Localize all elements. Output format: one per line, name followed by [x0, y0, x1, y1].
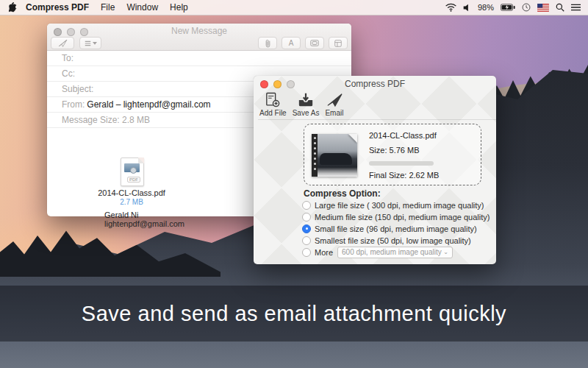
- radio-more[interactable]: More 600 dpi, medium image quality ⌄: [302, 247, 453, 258]
- format-button-label: A: [289, 39, 294, 47]
- pdf-badge: PDF: [127, 177, 140, 183]
- radio-label: Medium file size (150 dpi, medium image …: [315, 213, 490, 222]
- attachment-filename[interactable]: 2014-CL-Class.pdf: [76, 188, 187, 197]
- from-value: Gerald – lightenpdf@gmail.com: [87, 99, 210, 110]
- apple-menu-icon[interactable]: [9, 2, 18, 13]
- dpi-dropdown-value: 600 dpi, medium image quality: [342, 248, 442, 256]
- email-button[interactable]: Email: [325, 90, 343, 119]
- panel-size: Size: 5.76 MB: [369, 146, 419, 155]
- attach-file-button[interactable]: [258, 37, 277, 49]
- format-button[interactable]: A: [282, 37, 301, 49]
- desktop: Save and send as email attachment quickl…: [0, 0, 588, 368]
- save-as-label: Save As: [293, 109, 320, 117]
- input-source-flag-icon[interactable]: [537, 4, 549, 12]
- to-label: To:: [62, 53, 74, 63]
- signature-name: Gerald Ni: [104, 210, 138, 219]
- menu-window[interactable]: Window: [126, 2, 158, 13]
- mail-window-title: New Message: [47, 26, 351, 36]
- radio-small-file-size[interactable]: Small file size (96 dpi, medium image qu…: [302, 223, 477, 234]
- radio-label: Small file size (96 dpi, medium image qu…: [315, 224, 477, 233]
- add-file-label: Add File: [259, 109, 287, 117]
- mail-toolbar: A: [47, 36, 351, 50]
- photo-browser-button[interactable]: [305, 37, 324, 49]
- stationery-button[interactable]: [329, 37, 348, 49]
- radio-icon[interactable]: [302, 236, 311, 245]
- radio-medium-file-size[interactable]: Medium file size (150 dpi, medium image …: [302, 211, 490, 222]
- radio-icon[interactable]: [302, 213, 311, 222]
- pdf-thumbnail: [312, 134, 357, 177]
- radio-label: Smallest file size (50 dpi, low image qu…: [315, 236, 471, 245]
- pdf-attachment-icon[interactable]: PDF: [121, 158, 144, 186]
- caption-banner: Save and send as email attachment quickl…: [0, 286, 588, 342]
- dpi-dropdown[interactable]: 600 dpi, medium image quality ⌄: [337, 247, 453, 258]
- compress-pdf-window: Compress PDF Add File Save As Email: [254, 76, 496, 264]
- send-button[interactable]: [51, 37, 74, 49]
- radio-large-file-size[interactable]: Large file size ( 300 dpi, medium image …: [302, 199, 484, 210]
- header-fields-dropdown[interactable]: [79, 37, 101, 49]
- battery-percent: 98%: [478, 3, 494, 12]
- menu-help[interactable]: Help: [170, 2, 188, 13]
- wifi-icon[interactable]: [445, 3, 456, 12]
- from-label: From:: [62, 99, 85, 110]
- battery-charging-icon[interactable]: [501, 4, 515, 11]
- notification-center-icon[interactable]: [571, 4, 581, 11]
- cc-label: Cc:: [62, 68, 75, 79]
- volume-icon[interactable]: [463, 4, 471, 12]
- car-image: [320, 153, 352, 165]
- message-size-text: Message Size: 2.8 MB: [62, 115, 150, 125]
- subject-label: Subject:: [62, 84, 93, 94]
- compress-progress-bar: [369, 161, 434, 166]
- email-label: Email: [325, 109, 343, 117]
- spotlight-search-icon[interactable]: [556, 3, 564, 12]
- attachment-size[interactable]: 2.7 MB: [76, 198, 187, 206]
- radio-label: Large file size ( 300 dpi, medium image …: [315, 201, 484, 210]
- clock-icon[interactable]: [522, 3, 531, 12]
- menu-bar: Compress PDF File Window Help 98%: [0, 0, 588, 15]
- radio-icon[interactable]: [302, 224, 311, 233]
- panel-filename: 2014-CL-Class.pdf: [369, 131, 437, 140]
- signature-email: lightenpdf@gmail.com: [104, 219, 184, 228]
- caption-text: Save and send as email attachment quickl…: [82, 302, 506, 326]
- chevron-down-icon: ⌄: [443, 249, 448, 255]
- radio-icon[interactable]: [302, 201, 311, 210]
- panel-final-size: Final Size: 2.62 MB: [369, 171, 439, 180]
- to-field[interactable]: To:: [47, 51, 351, 66]
- file-info-panel: 2014-CL-Class.pdf Size: 5.76 MB Final Si…: [304, 124, 481, 185]
- compress-option-label: Compress Option:: [304, 188, 381, 199]
- radio-smallest-file-size[interactable]: Smallest file size (50 dpi, low image qu…: [302, 235, 471, 246]
- radio-icon[interactable]: [302, 248, 311, 257]
- compress-toolbar: Add File Save As Email: [258, 90, 496, 120]
- save-as-button[interactable]: Save As: [293, 90, 320, 119]
- menu-file[interactable]: File: [101, 2, 115, 13]
- menu-app-name[interactable]: Compress PDF: [26, 2, 89, 13]
- add-file-button[interactable]: Add File: [259, 90, 287, 119]
- mail-title-bar: New Message A: [47, 24, 351, 51]
- compress-window-title: Compress PDF: [254, 79, 496, 89]
- radio-label: More: [315, 248, 333, 257]
